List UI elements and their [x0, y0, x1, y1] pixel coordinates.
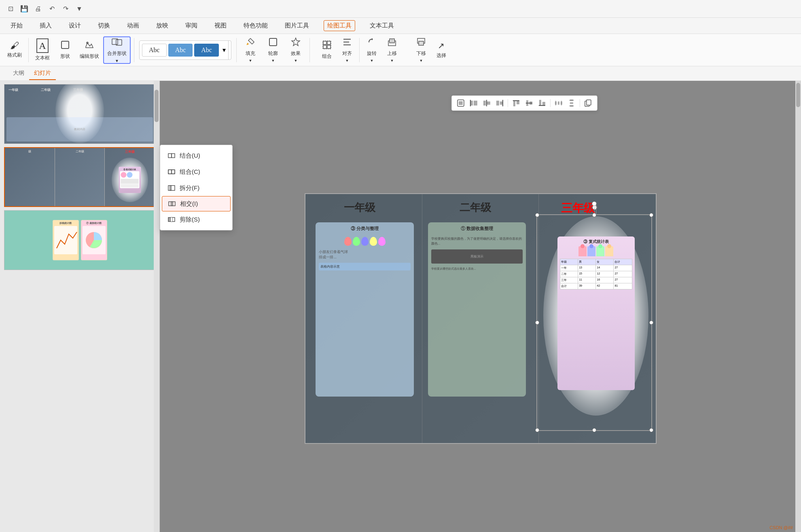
merge-shape-dropdown-arrow[interactable]: ▼ — [115, 59, 119, 63]
menu-insert[interactable]: 插入 — [37, 20, 54, 31]
merge-xiangjiao-item[interactable]: 相交(I) — [162, 196, 231, 211]
group-btn[interactable]: 组合 — [317, 36, 337, 64]
edit-shape-btn[interactable]: 编辑形状 — [77, 36, 102, 64]
outline-btn[interactable]: 轮廓 ▼ — [263, 36, 284, 64]
move-down-btn[interactable]: 下移 ▼ — [411, 36, 431, 64]
svg-rect-6 — [323, 41, 326, 44]
merge-zuhe-item[interactable]: 组合(C) — [160, 164, 232, 180]
align-btn-top[interactable] — [510, 97, 521, 109]
text-style-blue-solid[interactable]: Abc — [194, 44, 219, 57]
format-brush-btn[interactable]: 🖌 格式刷 — [4, 36, 25, 64]
menu-view[interactable]: 视图 — [212, 20, 229, 31]
textbox-label: 文本框 — [35, 55, 50, 61]
text-style-dropdown-arrow[interactable]: ▾ — [220, 40, 229, 60]
outline-label: 轮廓 — [268, 50, 278, 57]
merge-chafen-item[interactable]: 拆分(F) — [160, 180, 232, 196]
align-btn[interactable]: 对齐 ▼ — [337, 36, 357, 64]
merge-shape-icon — [111, 37, 123, 49]
align-btn-3[interactable] — [494, 97, 505, 109]
edit-shape-icon — [85, 40, 94, 51]
rotate-icon — [367, 38, 376, 49]
textbox-icon: A — [36, 38, 48, 53]
slide-inner: 一年级 二年级 三年级 ③ 分类与整理 — [305, 194, 656, 443]
align-wrap-btn[interactable] — [455, 97, 466, 109]
undo-icon[interactable]: ↶ — [46, 3, 57, 15]
zuhe-label: 组合(C) — [180, 168, 200, 176]
svg-rect-26 — [473, 101, 477, 106]
svg-rect-65 — [171, 202, 173, 206]
xiangjiao-icon — [168, 200, 176, 208]
slide-thumb-3[interactable]: 折线统计图 ⑦ 扇形统计图 — [4, 210, 155, 270]
svg-rect-54 — [586, 100, 591, 105]
move-up-icon — [388, 38, 396, 49]
align-dropdown[interactable]: ▼ — [345, 59, 349, 63]
merge-jiehu-item[interactable]: 结合(U) — [160, 148, 232, 164]
save-icon[interactable]: 💾 — [19, 3, 30, 15]
effect-btn[interactable]: 效果 ▼ — [285, 36, 306, 64]
merge-shape-btn[interactable]: 合并形状 ▼ — [103, 36, 131, 64]
menu-review[interactable]: 审阅 — [183, 20, 200, 31]
menu-switch[interactable]: 切换 — [95, 20, 112, 31]
outline-dropdown[interactable]: ▼ — [271, 59, 275, 63]
tab-outline[interactable]: 大纲 — [8, 67, 29, 80]
slide-thumb-1[interactable]: 一年级 二年级 三年级 教材内容 — [4, 84, 155, 144]
menu-start[interactable]: 开始 — [8, 20, 25, 31]
window-icon[interactable]: ⊡ — [5, 3, 16, 15]
fill-btn[interactable]: 填充 ▼ — [240, 36, 261, 64]
align-btn-dist-v[interactable] — [566, 97, 577, 109]
canvas-scroll-thumb[interactable] — [796, 83, 800, 107]
move-down-label: 下移 — [416, 50, 426, 57]
canvas-scrollbar[interactable] — [795, 81, 801, 532]
align-label: 对齐 — [342, 50, 352, 57]
svg-rect-58 — [172, 170, 175, 174]
align-btn-dist-h[interactable] — [553, 97, 564, 109]
slide-main: 一年级 二年级 三年级 ③ 分类与整理 — [305, 193, 657, 444]
text-style-blue-outline[interactable]: Abc — [168, 44, 193, 57]
text-style-plain[interactable]: Abc — [142, 44, 167, 57]
fill-dropdown[interactable]: ▼ — [249, 59, 252, 63]
svg-rect-0 — [61, 41, 69, 49]
text-style-blue-solid-label: Abc — [201, 46, 212, 54]
slide-thumb-2[interactable]: 级 二年级 三年级 ③ 复式统计表 — [4, 147, 155, 207]
more-icon[interactable]: ▼ — [74, 3, 85, 15]
left-panel-scrollbar[interactable] — [154, 81, 159, 532]
align-btn-1[interactable] — [468, 97, 479, 109]
menu-design[interactable]: 设计 — [66, 20, 83, 31]
menu-text-tools[interactable]: 文本工具 — [367, 20, 396, 31]
tab-slides[interactable]: 幻灯片 — [29, 67, 56, 80]
textbox-btn[interactable]: A 文本框 — [32, 36, 53, 64]
menu-picture-tools[interactable]: 图片工具 — [282, 20, 312, 31]
thumb3-content: 折线统计图 ⑦ 扇形统计图 — [4, 211, 155, 270]
fill-label: 填充 — [246, 50, 255, 57]
print-icon[interactable]: 🖨 — [32, 3, 44, 15]
rotate-dropdown[interactable]: ▼ — [370, 59, 374, 63]
fill-icon — [246, 37, 255, 49]
shape-btn[interactable]: 形状 — [55, 36, 76, 64]
zuhe-icon — [167, 168, 176, 176]
rotate-btn[interactable]: 旋转 ▼ — [362, 36, 381, 64]
sep3 — [236, 38, 237, 62]
select-btn[interactable]: ↗ 选择 — [432, 36, 451, 64]
redo-icon[interactable]: ↷ — [60, 3, 71, 15]
align-btn-bottom[interactable] — [536, 97, 547, 109]
chafen-label: 拆分(F) — [180, 184, 199, 192]
align-btn-2[interactable] — [481, 97, 492, 109]
move-down-dropdown[interactable]: ▼ — [420, 59, 423, 63]
align-btn-middle[interactable] — [523, 97, 534, 109]
effect-dropdown[interactable]: ▼ — [294, 59, 298, 63]
svg-rect-41 — [542, 102, 545, 105]
menu-play[interactable]: 放映 — [154, 20, 171, 31]
menu-special[interactable]: 特色功能 — [241, 20, 270, 31]
svg-rect-44 — [557, 101, 559, 105]
align-btn-copy[interactable] — [582, 97, 593, 109]
svg-rect-19 — [419, 41, 424, 45]
left-panel: 一年级 二年级 三年级 教材内容 级 二年级 — [0, 81, 160, 532]
menu-draw-tools[interactable]: 绘图工具 — [324, 20, 355, 31]
left-panel-scroll-thumb[interactable] — [155, 90, 159, 122]
move-up-dropdown[interactable]: ▼ — [390, 59, 394, 63]
menu-animate[interactable]: 动画 — [125, 20, 142, 31]
format-brush-icon: 🖌 — [10, 41, 19, 50]
move-up-btn[interactable]: 上移 ▼ — [382, 36, 402, 64]
svg-rect-56 — [172, 154, 175, 158]
merge-jianchu-item[interactable]: 剪除(S) — [160, 211, 232, 228]
